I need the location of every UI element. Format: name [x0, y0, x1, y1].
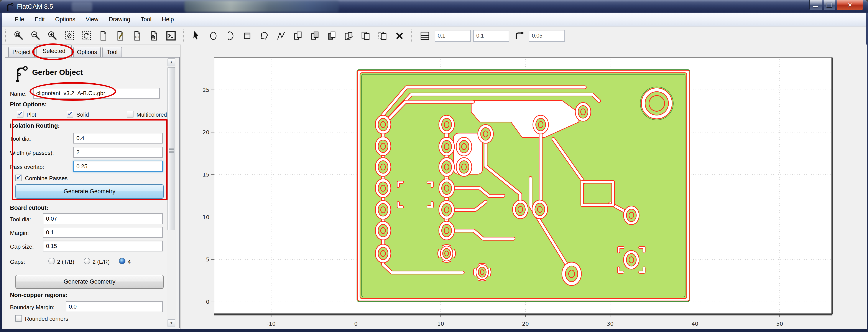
- plot-canvas[interactable]: -10010203040500510152025: [180, 44, 867, 329]
- toolbar-separator: [5, 30, 8, 42]
- tab-options[interactable]: Options: [73, 47, 101, 57]
- grid-toggle[interactable]: [418, 30, 431, 42]
- update-geometry-ok-button[interactable]: Ok: [131, 30, 144, 42]
- cut-path-button[interactable]: [342, 30, 355, 42]
- draw-arc-button[interactable]: [224, 30, 237, 42]
- intersection-button[interactable]: [309, 30, 321, 42]
- y-tick-label: 10: [203, 214, 209, 220]
- rounded-corners-checkbox[interactable]: [16, 315, 22, 322]
- menu-item-drawing[interactable]: Drawing: [103, 13, 135, 26]
- cancel-edit-icon: [148, 30, 160, 41]
- edit-geometry-button[interactable]: [114, 30, 126, 42]
- scroll-thumb[interactable]: [167, 67, 175, 231]
- panel-scrollbar[interactable]: ▲ ▼: [167, 58, 176, 327]
- snap-toggle[interactable]: [513, 30, 525, 42]
- tab-bar: ProjectSelectedOptionsTool: [5, 44, 180, 57]
- zoom-out-button[interactable]: [29, 30, 42, 42]
- zoom-fit-icon: [13, 30, 24, 41]
- cutout-generate-geometry-button[interactable]: Generate Geometry: [16, 275, 164, 289]
- plot-svg: -10010203040500510152025: [181, 44, 867, 329]
- zoom-out-icon: [30, 30, 41, 41]
- gaps-2tb-label: 2 (T/B): [57, 259, 74, 265]
- minimize-button[interactable]: [809, 0, 822, 10]
- snap-max-input[interactable]: [529, 30, 565, 42]
- solid-checkbox[interactable]: [67, 111, 73, 118]
- boundary-margin-input[interactable]: [66, 301, 163, 312]
- y-tick-label: 20: [203, 129, 209, 135]
- non-copper-heading: Non-copper regions:: [10, 292, 68, 299]
- title-bar[interactable]: FlatCAM 8.5 ✕: [0, 0, 868, 12]
- select-tool-icon: [191, 30, 202, 41]
- close-button[interactable]: ✕: [837, 0, 863, 10]
- cut-path-icon: [343, 30, 354, 41]
- gaps-label: Gaps:: [10, 259, 25, 265]
- union-button[interactable]: [292, 30, 304, 42]
- x-tick-label: 0: [354, 321, 358, 327]
- scroll-up-button[interactable]: ▲: [167, 58, 175, 66]
- annotation-rect-isolation-routing: [12, 119, 167, 200]
- scroll-down-button[interactable]: ▼: [167, 319, 175, 327]
- multicolored-checkbox[interactable]: [127, 111, 133, 118]
- plot-checkbox-label: Plot: [27, 111, 36, 118]
- x-tick-label: 10: [437, 321, 444, 327]
- select-tool-button[interactable]: [190, 30, 203, 42]
- annotation-ellipse-selected-tab: [32, 43, 74, 60]
- new-geometry-button[interactable]: [97, 30, 110, 42]
- clear-plot-button[interactable]: [63, 30, 76, 42]
- menu-item-help[interactable]: Help: [157, 13, 179, 26]
- flatcam-window: FlatCAM 8.5 ✕ FileEditOptionsViewDrawing…: [0, 0, 868, 332]
- gaps-4-radio[interactable]: [119, 258, 125, 264]
- gaps-2tb-radio[interactable]: [49, 258, 55, 264]
- subtract-button[interactable]: [326, 30, 338, 42]
- grid-x-input[interactable]: [435, 30, 471, 42]
- draw-polygon-icon: [258, 30, 270, 41]
- subtract-icon: [326, 30, 337, 41]
- cutout-gap-size-input[interactable]: [43, 241, 163, 251]
- cutout-margin-input[interactable]: [43, 227, 163, 238]
- window-title: FlatCAM 8.5: [17, 3, 53, 10]
- menu-item-tool[interactable]: Tool: [135, 13, 157, 26]
- maximize-button[interactable]: [824, 0, 835, 10]
- menu-item-view[interactable]: View: [81, 13, 103, 26]
- update-geometry-ok-icon: Ok: [131, 30, 143, 41]
- plot-options-heading: Plot Options:: [10, 101, 46, 108]
- tab-project[interactable]: Project: [8, 47, 35, 57]
- draw-polygon-button[interactable]: [258, 30, 270, 42]
- intersection-icon: [309, 30, 320, 41]
- cancel-edit-button[interactable]: [148, 30, 160, 42]
- rounded-corners-label: Rounded corners: [25, 315, 68, 322]
- pcb-gerber-render: [357, 70, 690, 302]
- menu-item-options[interactable]: Options: [50, 13, 81, 26]
- pcb-mount-hole-ring: [640, 87, 673, 120]
- y-tick-label: 25: [203, 87, 209, 93]
- delete-shape-icon: [394, 30, 405, 41]
- copy-objects-icon: [360, 30, 371, 41]
- copy-objects-button[interactable]: [359, 30, 372, 42]
- grid-y-input[interactable]: [473, 30, 509, 42]
- delete-shape-button[interactable]: [393, 30, 406, 42]
- draw-rectangle-button[interactable]: [241, 30, 253, 42]
- draw-path-button[interactable]: [275, 30, 287, 42]
- board-cutout-heading: Board cutout:: [10, 205, 49, 211]
- annotation-ellipse-name-field: [30, 82, 116, 101]
- aero-glass-reflection: [72, 2, 92, 12]
- cutout-tool-dia-label: Tool dia:: [10, 216, 31, 223]
- menu-item-file[interactable]: File: [9, 13, 30, 26]
- shell-icon: [165, 30, 177, 41]
- plot-checkbox[interactable]: [17, 111, 24, 118]
- zoom-in-icon: [47, 30, 58, 41]
- x-tick-label: 40: [691, 321, 698, 327]
- zoom-in-button[interactable]: [46, 30, 59, 42]
- gaps-2lr-radio[interactable]: [84, 258, 90, 264]
- menu-item-edit[interactable]: Edit: [30, 13, 50, 26]
- copy-geometry-button[interactable]: [376, 30, 389, 42]
- minimize-icon: [813, 6, 818, 7]
- draw-circle-button[interactable]: [207, 30, 220, 42]
- cutout-tool-dia-input[interactable]: [43, 213, 163, 224]
- zoom-fit-button[interactable]: [12, 30, 25, 42]
- maximize-icon: [827, 3, 832, 7]
- replot-button[interactable]: [80, 30, 93, 42]
- tab-tool[interactable]: Tool: [102, 47, 122, 57]
- solid-checkbox-label: Solid: [76, 111, 89, 118]
- shell-button[interactable]: [165, 30, 177, 42]
